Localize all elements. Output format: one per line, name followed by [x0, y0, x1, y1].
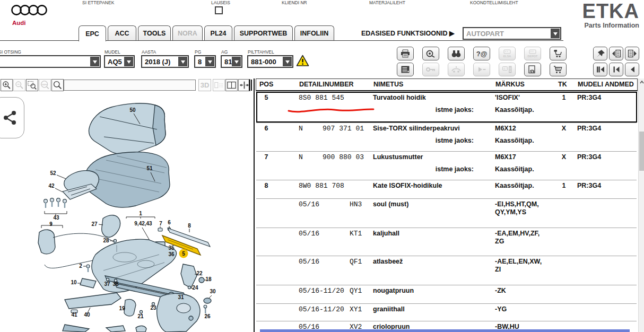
scrollbar-thumb[interactable]	[639, 132, 644, 171]
tab-tools[interactable]: TOOLS	[138, 25, 171, 40]
search-parts-button[interactable]	[448, 47, 465, 60]
remark-cell: -EI,HS,HT,QM,	[495, 200, 539, 208]
next-document-button[interactable]	[625, 47, 639, 60]
scroll-up-icon[interactable]	[640, 81, 644, 84]
elsa-icon-label: ELSA	[503, 55, 511, 58]
tab-infoliin[interactable]: INFOLIIN	[294, 25, 334, 40]
magnifier-button[interactable]	[51, 79, 64, 91]
audi-rings-logo	[11, 3, 48, 18]
zoom-region-button[interactable]	[26, 79, 38, 91]
mudel-dropdown[interactable]: AQ5	[104, 55, 135, 68]
etka-logo-title: ETKA	[582, 1, 639, 21]
table-row[interactable]: 05/16HN3soul (must)-EI,HS,HT,QM,QY,YM,YS	[256, 199, 638, 228]
color-code-cell: QF1	[350, 258, 362, 266]
chevron-down-icon[interactable]	[551, 29, 560, 38]
ag-dropdown[interactable]: 81	[221, 55, 242, 68]
part-number-cell: 900 880 03	[323, 153, 364, 161]
tab-epc[interactable]: EPC	[79, 25, 106, 41]
qty-cell: X	[558, 125, 570, 132]
vertical-scrollbar[interactable]	[638, 78, 644, 332]
table-row[interactable]: 7N900 880 03Lukustusmutteristme jaoks:M6…	[256, 152, 638, 180]
zoom-out-button[interactable]	[13, 79, 25, 91]
callout-10: 10	[71, 279, 77, 285]
list-view-button[interactable]	[397, 63, 414, 76]
zoom-100-button[interactable]: 100%	[39, 79, 51, 91]
elsa-button[interactable]: ELSA	[499, 47, 516, 60]
dual-page-button[interactable]	[225, 79, 238, 91]
pilttahvel-dropdown[interactable]: 881-000	[247, 55, 293, 68]
nav-prev-button[interactable]	[625, 63, 639, 76]
pin-button[interactable]	[593, 47, 607, 60]
chevron-down-icon[interactable]	[232, 57, 241, 66]
chevron-down-icon[interactable]	[283, 57, 292, 66]
highlighted-position-marker[interactable]: 5	[179, 249, 188, 258]
table-row[interactable]: 05/16KT1kaljuhall-EA,EM,HV,ZF,ZG	[256, 228, 638, 256]
wheel-search-button[interactable]	[422, 47, 439, 60]
previous-document-button[interactable]	[609, 47, 623, 60]
monitor-list-button[interactable]	[499, 63, 516, 76]
callout-9: 9	[49, 221, 53, 227]
exploded-seat-diagram[interactable]: 50515242439272819,42,4376835362103738221…	[32, 95, 255, 332]
col-markus: MÄRKUS	[495, 81, 525, 88]
si-otsing-dropdown[interactable]	[0, 55, 101, 68]
chevron-down-icon[interactable]	[205, 57, 214, 66]
splitter-handle[interactable]	[251, 80, 252, 91]
chevron-down-icon[interactable]	[90, 57, 99, 66]
col-tk: TK	[558, 81, 567, 88]
grid-panel-button[interactable]	[213, 79, 225, 91]
tab-acc[interactable]: ACC	[108, 25, 136, 40]
edasised-funktsioonid-label[interactable]: EDASISED FUNKTSIOONID ▶	[361, 29, 455, 37]
zoom-in-button[interactable]	[1, 79, 13, 91]
nav-first-button[interactable]	[593, 63, 607, 76]
callout-7: 7	[159, 221, 162, 226]
splitter-handle[interactable]	[249, 80, 250, 91]
tab-nora[interactable]: NORA	[172, 25, 203, 40]
table-row[interactable]: 88W0 881 708Kate ISOFIX-hoidikuleKaassõi…	[256, 180, 638, 199]
pilttahvel-label: PILTTAHVEL	[248, 49, 274, 55]
tab-pl24[interactable]: PL24	[204, 25, 232, 40]
part-prefix-cell: N	[299, 153, 303, 161]
table-row[interactable]: 05/16QF1atlasbeež-AE,EL,EN,XW,ZI	[256, 256, 638, 285]
name-cell: Lukustusmutter	[373, 153, 423, 161]
zoom-100-icon: 100%	[39, 80, 50, 90]
tab-supportweb[interactable]: SUPPORTWEB	[234, 25, 293, 40]
pos-cell: 8	[260, 182, 273, 189]
lauseis-checkbox[interactable]	[215, 6, 223, 14]
name-cell: kaljuhall	[373, 230, 399, 237]
table-row[interactable]: 05/16-11/20XY1graniithall-YG	[256, 304, 638, 321]
elsa-icon: ELSA	[502, 49, 512, 58]
help-contact-button[interactable]: ?@	[473, 47, 490, 60]
table-row[interactable]: 05/16-11/20QY1nougatpruun-ZK	[256, 285, 638, 304]
nav-prev-group-button[interactable]	[609, 63, 623, 76]
chevron-down-icon[interactable]	[124, 57, 133, 66]
horizontal-scrollbar[interactable]	[260, 329, 630, 332]
view-3d-button[interactable]: 3D	[198, 79, 211, 91]
aasta-dropdown[interactable]: 2018 (J)	[141, 55, 189, 68]
car-measure-icon	[451, 65, 462, 74]
key-button[interactable]	[422, 63, 439, 76]
cart-view-button[interactable]	[550, 47, 567, 60]
depot-button[interactable]: DEPOT	[524, 47, 541, 60]
car-measure-button[interactable]	[448, 63, 465, 76]
resume-button[interactable]	[473, 63, 490, 76]
remark-cell: -ZK	[495, 287, 506, 294]
chevron-down-icon[interactable]	[178, 57, 187, 66]
color-code-cell: XY1	[350, 305, 362, 313]
screws-43	[44, 198, 67, 208]
label-si-ettepanek: SI ETTEPANEK	[82, 0, 114, 5]
autopart-dropdown[interactable]: AUTOPART	[463, 27, 561, 40]
pg-dropdown[interactable]: 8	[194, 55, 216, 68]
pos-cell: 6	[260, 125, 273, 132]
table-row[interactable]: 6N907 371 01Sise-TORX silinderpeakruviis…	[256, 123, 638, 152]
share-button[interactable]	[0, 97, 24, 138]
print-button[interactable]	[397, 47, 414, 60]
etka-logo: ETKA Parts Information	[582, 1, 639, 29]
document-car-button[interactable]	[524, 63, 541, 76]
callout-37: 37	[104, 281, 110, 287]
color-code-cell: HN3	[350, 200, 362, 208]
binoculars-icon	[451, 49, 462, 58]
warning-icon	[296, 55, 309, 67]
diagram-search-input[interactable]	[64, 80, 196, 91]
shopping-cart-button[interactable]	[550, 63, 567, 76]
monitor-list-icon	[502, 65, 512, 74]
